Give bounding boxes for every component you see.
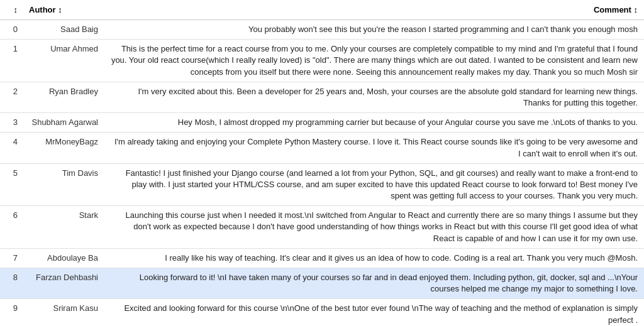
- table-row: 4MrMoneyBagzI'm already taking and enjoy…: [0, 133, 644, 163]
- table-row: 5Tim DavisFantastic! I just finished you…: [0, 163, 644, 206]
- table-row: 3Shubham AgarwalHey Mosh, I almost dropp…: [0, 113, 644, 133]
- cell-comment: Launching this course just when I needed…: [104, 206, 644, 249]
- table-row: 1Umar AhmedThis is the perfect time for …: [0, 40, 644, 82]
- cell-comment: Hey Mosh, I almost dropped my programmin…: [104, 113, 644, 133]
- comment-column-header[interactable]: Comment ↕: [104, 0, 644, 20]
- cell-author: Sriram Kasu: [23, 299, 104, 326]
- cell-author: Stark: [23, 206, 104, 249]
- cell-comment: I really like his way of teaching. It's …: [104, 248, 644, 268]
- cell-comment: I'm already taking and enjoying your Com…: [104, 133, 644, 163]
- cell-index: 5: [0, 163, 23, 206]
- cell-index: 1: [0, 40, 23, 82]
- cell-author: Tim Davis: [23, 163, 104, 206]
- cell-index: 8: [0, 268, 23, 299]
- table-row: 7Abdoulaye BaI really like his way of te…: [0, 248, 644, 268]
- main-table-container: ↕ Author ↕ Comment ↕ 0Saad BaigYou proba…: [0, 0, 644, 326]
- cell-comment: Looking forward to it! \nI have taken ma…: [104, 268, 644, 299]
- cell-index: 6: [0, 206, 23, 249]
- cell-index: 9: [0, 299, 23, 326]
- cell-author: Ryan Bradley: [23, 82, 104, 112]
- cell-comment: Excited and looking forward for this cou…: [104, 299, 644, 326]
- cell-author: Abdoulaye Ba: [23, 248, 104, 268]
- cell-author: Farzan Dehbashi: [23, 268, 104, 299]
- cell-comment: You probably won't see this but you're t…: [104, 20, 644, 40]
- author-column-header[interactable]: Author ↕: [23, 0, 104, 20]
- table-row: 2Ryan BradleyI'm very excited about this…: [0, 82, 644, 112]
- cell-index: 0: [0, 20, 23, 40]
- cell-author: Shubham Agarwal: [23, 113, 104, 133]
- table-header-row: ↕ Author ↕ Comment ↕: [0, 0, 644, 20]
- cell-comment: Fantastic! I just finished your Django c…: [104, 163, 644, 206]
- table-row: 8Farzan DehbashiLooking forward to it! \…: [0, 268, 644, 299]
- cell-index: 2: [0, 82, 23, 112]
- table-body: 0Saad BaigYou probably won't see this bu…: [0, 20, 644, 327]
- cell-author: MrMoneyBagz: [23, 133, 104, 163]
- cell-author: Saad Baig: [23, 20, 104, 40]
- comments-table: ↕ Author ↕ Comment ↕ 0Saad BaigYou proba…: [0, 0, 644, 326]
- cell-comment: This is the perfect time for a react cou…: [104, 40, 644, 82]
- cell-index: 4: [0, 133, 23, 163]
- index-column-header[interactable]: ↕: [0, 0, 23, 20]
- cell-index: 7: [0, 248, 23, 268]
- cell-author: Umar Ahmed: [23, 40, 104, 82]
- table-row: 6StarkLaunching this course just when I …: [0, 206, 644, 249]
- cell-comment: I'm very excited about this. Been a deve…: [104, 82, 644, 112]
- table-row: 9Sriram KasuExcited and looking forward …: [0, 299, 644, 326]
- table-row: 0Saad BaigYou probably won't see this bu…: [0, 20, 644, 40]
- cell-index: 3: [0, 113, 23, 133]
